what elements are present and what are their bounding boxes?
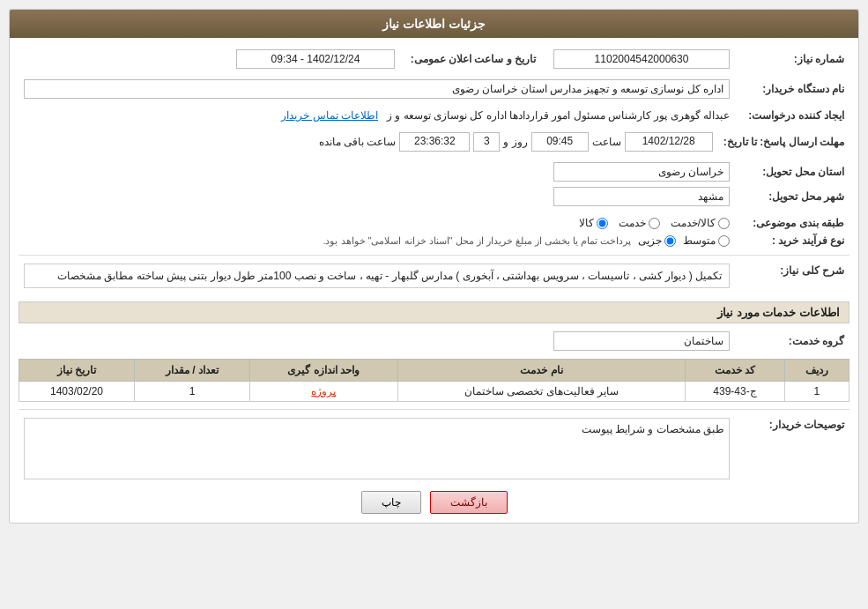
col-code: کد خدمت xyxy=(686,360,785,382)
shomareNiaz-label: شماره نیاز: xyxy=(735,47,849,71)
ijadKonande-value: عبداله گوهری پور کارشناس مسئول امور قرار… xyxy=(387,109,730,122)
baqimande-time: 23:36:32 xyxy=(399,132,470,152)
radio-khadamat-input[interactable] xyxy=(649,218,660,229)
radio-kala-input[interactable] xyxy=(597,218,608,229)
cell-vahed[interactable]: پروژه xyxy=(249,382,397,402)
col-tedad: تعداد / مقدار xyxy=(135,360,250,382)
tarikhArsal-label: مهلت ارسال پاسخ: تا تاریخ: xyxy=(718,130,849,154)
cell-nam: سایر فعالیت‌های تخصصی ساختمان xyxy=(397,382,685,402)
saat-label: ساعت xyxy=(592,136,621,148)
radio-kala[interactable]: کالا xyxy=(579,217,608,229)
shahrTahvil-value: مشهد xyxy=(553,187,730,206)
namDastgah-value: اداره کل نوسازی توسعه و تجهیز مدارس استا… xyxy=(24,79,730,99)
roz-label: روز و xyxy=(503,136,527,148)
tvsifat-label: توصیحات خریدار: xyxy=(735,415,849,482)
namDastgah-label: نام دستگاه خریدار: xyxy=(735,77,849,101)
table-row: 1 ج-43-439 سایر فعالیت‌های تخصصی ساختمان… xyxy=(19,382,849,402)
cell-code: ج-43-439 xyxy=(686,382,785,402)
tarikhElan-value: 1402/12/24 - 09:34 xyxy=(236,49,395,69)
grouhKhadamat-label: گروه خدمت: xyxy=(735,329,849,353)
radio-kala-khadamat-input[interactable] xyxy=(718,218,730,229)
tabaghebandi-label: طبقه بندی موضوعی: xyxy=(735,214,849,232)
radio-khadamat-label: خدمت xyxy=(619,217,646,229)
radio-khadamat[interactable]: خدمت xyxy=(619,217,660,229)
noeFarayand-label: نوع فرآیند خرید : xyxy=(735,232,849,249)
radio-jozvi[interactable]: جزیی xyxy=(638,234,676,247)
col-vahed: واحد اندازه گیری xyxy=(249,360,397,382)
tarikhArsal-date: 1402/12/28 xyxy=(625,132,713,152)
tarikhArsal-roz: 3 xyxy=(473,132,500,152)
cell-tarikh: 1403/02/20 xyxy=(19,382,135,402)
col-tarikh: تاریخ نیاز xyxy=(19,360,135,382)
page-title: جزئیات اطلاعات نیاز xyxy=(10,10,858,38)
radio-kala-khadamat[interactable]: کالا/خدمت xyxy=(671,217,730,229)
grouhKhadamat-value: ساختمان xyxy=(553,331,730,351)
radio-kala-label: کالا xyxy=(579,217,594,229)
tvsifat-value: طبق مشخصات و شرایط پیوست xyxy=(24,418,730,479)
sharh-value: تکمیل ( دیوار کشی ، تاسیسات ، سرویس بهدا… xyxy=(24,264,730,288)
tarikhElan-label: تاریخ و ساعت اعلان عمومی: xyxy=(400,47,541,71)
print-button[interactable]: چاپ xyxy=(361,491,421,514)
radio-motavasset[interactable]: متوسط xyxy=(683,234,730,247)
radio-kala-khadamat-label: کالا/خدمت xyxy=(671,217,716,229)
col-radif: ردیف xyxy=(784,360,849,382)
tarikhArsal-time: 09:45 xyxy=(531,132,589,152)
baqimande-label: ساعت باقی مانده xyxy=(319,136,397,148)
shomareNiaz-value: 1102004542000630 xyxy=(553,49,730,69)
back-button[interactable]: بازگشت xyxy=(430,491,508,514)
radio-motavasset-input[interactable] xyxy=(718,235,730,247)
shahrTahvil-label: شهر محل تحویل: xyxy=(735,184,849,209)
farayand-note: پرداخت تمام یا بخشی از مبلغ خریدار از مح… xyxy=(323,235,631,247)
radio-jozvi-label: جزیی xyxy=(638,234,662,247)
cell-tedad: 1 xyxy=(135,382,250,402)
sharh-label: شرح کلی نیاز: xyxy=(735,261,849,296)
ijadKonande-label: ایجاد کننده درخواست: xyxy=(735,107,849,124)
ostanTahvil-label: استان محل تحویل: xyxy=(735,160,849,184)
section-khadamat: اطلاعات خدمات مورد نیاز xyxy=(19,301,849,323)
col-nam: نام خدمت xyxy=(397,360,685,382)
ostanTahvil-value: خراسان رضوی xyxy=(553,162,730,182)
radio-motavasset-label: متوسط xyxy=(683,234,716,247)
radio-jozvi-input[interactable] xyxy=(664,235,676,247)
cell-radif: 1 xyxy=(784,382,849,402)
aettelaat-tamas-link[interactable]: اطلاعات تماس خریدار xyxy=(281,109,378,122)
